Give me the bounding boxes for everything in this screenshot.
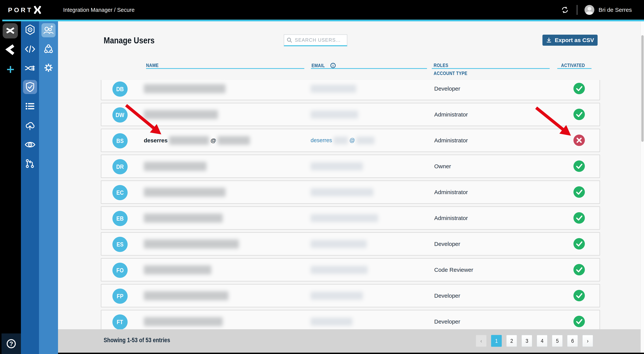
c-logo-button[interactable]: [4, 43, 16, 56]
col-header-roles[interactable]: ROLES: [434, 63, 448, 68]
role-text: Developer: [434, 80, 460, 100]
table-row[interactable]: DWAdministrator: [101, 103, 600, 126]
activated-check-icon[interactable]: [574, 212, 585, 224]
nav-git-pull-request-icon[interactable]: [24, 158, 36, 169]
col-header-email[interactable]: EMAIL: [312, 63, 325, 69]
scrollbar-track[interactable]: [640, 21, 644, 353]
name-redacted: [144, 317, 223, 326]
next-page-button[interactable]: ›: [582, 335, 593, 347]
email-cell[interactable]: [310, 233, 367, 255]
page-button-2[interactable]: 2: [506, 335, 517, 347]
role-text: Administrator: [434, 181, 468, 203]
activated-check-icon[interactable]: [574, 160, 585, 172]
user-name[interactable]: Bri de Serres: [598, 7, 632, 13]
nav-add-user-icon[interactable]: [42, 23, 56, 37]
col-header-activated[interactable]: ACTIVATED: [561, 63, 585, 68]
col-underline-roles: [432, 68, 550, 69]
name-cell: [144, 181, 226, 203]
export-csv-button[interactable]: Export as CSV: [542, 35, 598, 46]
users-table: DBDeveloperDWAdministratorBSdeserres@des…: [101, 80, 600, 329]
page-button-4[interactable]: 4: [537, 335, 548, 347]
role-text: Owner: [434, 155, 451, 177]
email-redacted: [310, 85, 356, 93]
email-cell[interactable]: [310, 310, 352, 329]
page-button-5[interactable]: 5: [552, 335, 562, 347]
page-button-3[interactable]: 3: [522, 335, 532, 347]
name-cell: [144, 259, 211, 281]
pagination: ‹123456›: [476, 335, 593, 347]
avatar: DW: [112, 107, 128, 123]
page-title: Manage Users: [104, 35, 155, 46]
nav-eye-icon[interactable]: [24, 139, 36, 150]
col-underline-activated: [557, 68, 592, 69]
page-button-6[interactable]: 6: [567, 335, 578, 347]
activated-check-icon[interactable]: [574, 290, 585, 301]
name-redacted: [169, 136, 209, 145]
nav-flows-shuffle-icon[interactable]: [24, 63, 36, 74]
avatar: FO: [112, 263, 128, 278]
deactivated-x-icon[interactable]: [574, 135, 585, 146]
table-row[interactable]: BSdeserres@deserres@Administrator: [101, 129, 600, 152]
role-text: Administrator: [434, 207, 468, 229]
activated-check-icon[interactable]: [574, 109, 585, 120]
email-cell[interactable]: deserres@: [310, 129, 374, 152]
prev-page-button[interactable]: ‹: [476, 335, 486, 347]
main-content: Manage Users Export as CSV NAME EMAIL RO…: [58, 21, 640, 353]
email-cell[interactable]: [310, 103, 358, 126]
table-row[interactable]: DROwner: [101, 155, 600, 178]
avatar: DR: [112, 159, 128, 174]
nav-settings-gear-icon[interactable]: [43, 62, 54, 74]
table-row[interactable]: FTDeveloper: [101, 310, 600, 329]
name-redacted: [144, 110, 218, 119]
nav-security-shield-icon[interactable]: [23, 80, 37, 94]
activated-check-icon[interactable]: [574, 83, 585, 94]
table-row[interactable]: FPDeveloper: [101, 284, 600, 307]
nav-code-icon[interactable]: [24, 43, 36, 55]
activated-check-icon[interactable]: [574, 186, 585, 198]
avatar: EB: [112, 211, 128, 226]
activated-check-icon[interactable]: [574, 316, 585, 327]
role-text: Code Reviewer: [434, 259, 473, 281]
email-redacted: [356, 137, 374, 144]
table-row[interactable]: ESDeveloper: [101, 232, 600, 256]
name-cell: [144, 80, 226, 100]
help-button[interactable]: ?: [2, 333, 21, 354]
email-cell[interactable]: [310, 259, 368, 281]
name-redacted: [144, 188, 226, 197]
table-row[interactable]: ECAdministrator: [101, 180, 600, 204]
activated-check-icon[interactable]: [574, 264, 585, 275]
email-cell[interactable]: [310, 207, 378, 229]
email-cell[interactable]: [310, 181, 373, 203]
table-row[interactable]: FOCode Reviewer: [101, 258, 600, 281]
refresh-icon[interactable]: [560, 6, 569, 14]
col-header-name[interactable]: NAME: [146, 63, 158, 68]
nav-hexagon-eye-icon[interactable]: [24, 24, 36, 36]
col-underline-email: [311, 68, 427, 69]
scrollbar-thumb[interactable]: [641, 35, 644, 142]
table-row[interactable]: DBDeveloper: [101, 80, 600, 100]
table-row[interactable]: EBAdministrator: [101, 206, 600, 230]
name-redacted: [144, 265, 211, 274]
info-icon[interactable]: [330, 63, 336, 69]
portx-app-logo-button[interactable]: [3, 23, 18, 39]
email-redacted: [310, 240, 367, 248]
search-users-input[interactable]: [295, 37, 345, 43]
page-button-1[interactable]: 1: [491, 335, 502, 347]
user-avatar[interactable]: [584, 5, 594, 15]
app-rail: ?: [0, 21, 21, 354]
add-new-button[interactable]: [5, 64, 16, 75]
avatar: DB: [112, 82, 128, 97]
nav-cloud-upload-icon[interactable]: [24, 120, 36, 131]
topbar-divider: [577, 5, 577, 15]
email-cell[interactable]: [310, 80, 356, 100]
avatar: FT: [112, 314, 128, 329]
email-cell[interactable]: [310, 284, 363, 307]
name-cell: [144, 155, 206, 177]
email-cell[interactable]: [310, 155, 363, 177]
activated-check-icon[interactable]: [574, 238, 585, 249]
nav-rail-primary: [21, 21, 39, 354]
nav-community-icon[interactable]: [43, 43, 54, 55]
col-subheader-account-type: ACCOUNT TYPE: [434, 70, 467, 76]
nav-list-icon[interactable]: [24, 101, 36, 112]
portx-logo[interactable]: PORT: [8, 6, 41, 14]
